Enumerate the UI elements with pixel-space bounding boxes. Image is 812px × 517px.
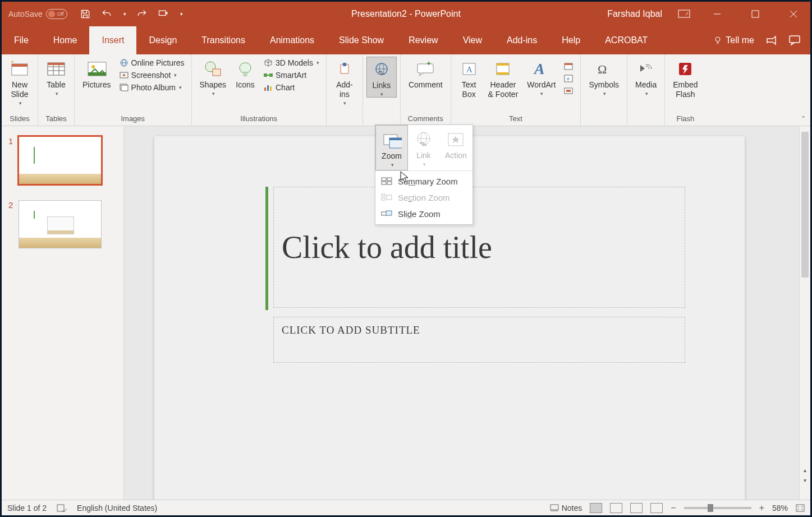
subtitle-placeholder[interactable]: CLICK TO ADD SUBTITLE <box>273 317 685 363</box>
svg-rect-42 <box>497 63 509 66</box>
spellcheck-icon[interactable] <box>57 504 67 513</box>
svg-rect-30 <box>264 73 267 77</box>
tab-view[interactable]: View <box>451 26 494 54</box>
thumbnail-slide-2[interactable] <box>19 200 102 248</box>
redo-icon[interactable] <box>136 8 148 20</box>
undo-dropdown[interactable]: ▾ <box>123 11 126 17</box>
next-slide-arrow[interactable]: ▾ <box>800 477 810 487</box>
tab-add-ins[interactable]: Add-ins <box>494 26 549 54</box>
thumbnail-slide-1[interactable] <box>19 136 102 184</box>
svg-rect-65 <box>382 198 385 200</box>
tab-acrobat[interactable]: ACROBAT <box>593 26 660 54</box>
quick-access-toolbar: ▾ ▾ <box>74 8 183 20</box>
links-button[interactable]: Links ▾ <box>366 57 397 98</box>
collapse-ribbon-icon[interactable]: ⌃ <box>801 115 806 122</box>
svg-rect-55 <box>389 138 402 140</box>
group-flash: Embed Flash Flash <box>665 54 705 126</box>
cube-icon <box>263 58 273 68</box>
svg-rect-61 <box>387 178 392 181</box>
cursor-icon <box>400 171 410 183</box>
screenshot-button[interactable]: Screenshot▾ <box>116 69 188 81</box>
prev-slide-arrow[interactable]: ▴ <box>800 467 810 477</box>
header-footer-button[interactable]: Header & Footer <box>484 57 523 99</box>
svg-rect-11 <box>12 64 27 67</box>
wordart-button[interactable]: A WordArt ▾ <box>522 57 560 96</box>
add-ins-button[interactable]: Add- ins ▾ <box>330 57 359 106</box>
comments-icon[interactable] <box>789 35 800 45</box>
tab-slide-show[interactable]: Slide Show <box>327 26 396 54</box>
user-name[interactable]: Farshad Iqbal <box>607 9 662 19</box>
tab-insert[interactable]: Insert <box>89 26 136 54</box>
group-tables: Table ▾ Tables <box>38 54 75 126</box>
table-button[interactable]: Table ▾ <box>42 57 71 96</box>
online-pictures-button[interactable]: Online Pictures <box>116 57 188 69</box>
zoom-icon <box>382 130 402 150</box>
tell-me[interactable]: Tell me <box>713 35 754 45</box>
slide-counter[interactable]: Slide 1 of 2 <box>7 504 47 513</box>
maximize-button[interactable] <box>744 6 767 22</box>
tab-help[interactable]: Help <box>549 26 593 54</box>
media-icon <box>636 59 656 79</box>
reading-view-button[interactable] <box>630 503 643 513</box>
text-box-button[interactable]: A Text Box <box>455 57 484 99</box>
date-time-button[interactable] <box>560 60 577 72</box>
summary-zoom-item[interactable]: Summary Zoom <box>375 173 472 190</box>
tab-animations[interactable]: Animations <box>258 26 327 54</box>
slide-number-button[interactable]: # <box>560 72 577 85</box>
smartart-button[interactable]: SmartArt <box>260 69 323 81</box>
3d-models-button[interactable]: 3D Models▾ <box>260 57 323 69</box>
media-button[interactable]: Media ▾ <box>631 57 661 96</box>
slideshow-view-button[interactable] <box>650 503 663 513</box>
slide-thumbnails[interactable]: 1 2 <box>2 126 124 500</box>
embed-flash-button[interactable]: Embed Flash <box>668 57 702 99</box>
svg-rect-62 <box>382 182 386 184</box>
zoom-button[interactable]: Zoom ▾ <box>375 125 408 170</box>
fit-to-window-button[interactable] <box>796 504 805 512</box>
tab-home[interactable]: Home <box>41 26 90 54</box>
new-slide-button[interactable]: New Slide ▾ <box>5 57 34 106</box>
chart-button[interactable]: Chart <box>260 81 323 94</box>
icons-button[interactable]: Icons <box>231 57 260 90</box>
svg-rect-1 <box>678 10 690 17</box>
svg-point-19 <box>91 65 95 68</box>
qat-customize[interactable]: ▾ <box>180 11 183 17</box>
close-button[interactable] <box>782 6 805 22</box>
share-icon[interactable] <box>765 35 778 45</box>
vertical-scrollbar[interactable]: ▴ ▾ <box>799 126 810 500</box>
object-button[interactable] <box>560 85 577 97</box>
notes-button[interactable]: Notes <box>550 504 582 513</box>
start-from-beginning-icon[interactable] <box>158 8 169 20</box>
link-button: Link ▾ <box>408 125 439 170</box>
zoom-slider[interactable] <box>684 507 751 509</box>
normal-view-button[interactable] <box>590 503 602 513</box>
autosave-toggle[interactable]: AutoSave Off <box>2 9 74 19</box>
section-zoom-icon <box>381 193 392 201</box>
tab-transitions[interactable]: Transitions <box>189 26 258 54</box>
title-placeholder[interactable]: Click to add title <box>273 187 685 308</box>
language-indicator[interactable]: English (United States) <box>77 504 157 513</box>
slide-zoom-item[interactable]: Slide Zoom <box>375 206 472 222</box>
tab-design[interactable]: Design <box>136 26 189 54</box>
comment-icon <box>415 59 435 79</box>
undo-icon[interactable] <box>101 8 112 20</box>
svg-text:A: A <box>533 61 545 77</box>
minimize-button[interactable] <box>706 6 728 22</box>
ribbon-display-options-icon[interactable] <box>678 10 690 19</box>
group-addins: Add- ins ▾ <box>327 54 363 126</box>
svg-rect-38 <box>418 64 433 73</box>
scroll-thumb[interactable] <box>801 132 809 278</box>
zoom-percent[interactable]: 58% <box>772 504 788 513</box>
smartart-icon <box>263 70 273 80</box>
shapes-button[interactable]: Shapes ▾ <box>195 57 231 96</box>
comment-button[interactable]: Comment <box>404 57 447 90</box>
svg-rect-43 <box>497 72 509 75</box>
photo-album-button[interactable]: Photo Album▾ <box>116 81 188 94</box>
symbols-button[interactable]: Ω Symbols ▾ <box>584 57 623 96</box>
save-icon[interactable] <box>80 8 91 20</box>
tab-review[interactable]: Review <box>396 26 450 54</box>
zoom-out-button[interactable]: − <box>671 503 676 513</box>
tab-file[interactable]: File <box>2 26 41 54</box>
pictures-button[interactable]: Pictures <box>78 57 116 90</box>
slide-sorter-view-button[interactable] <box>610 503 622 513</box>
zoom-in-button[interactable]: + <box>759 503 764 513</box>
